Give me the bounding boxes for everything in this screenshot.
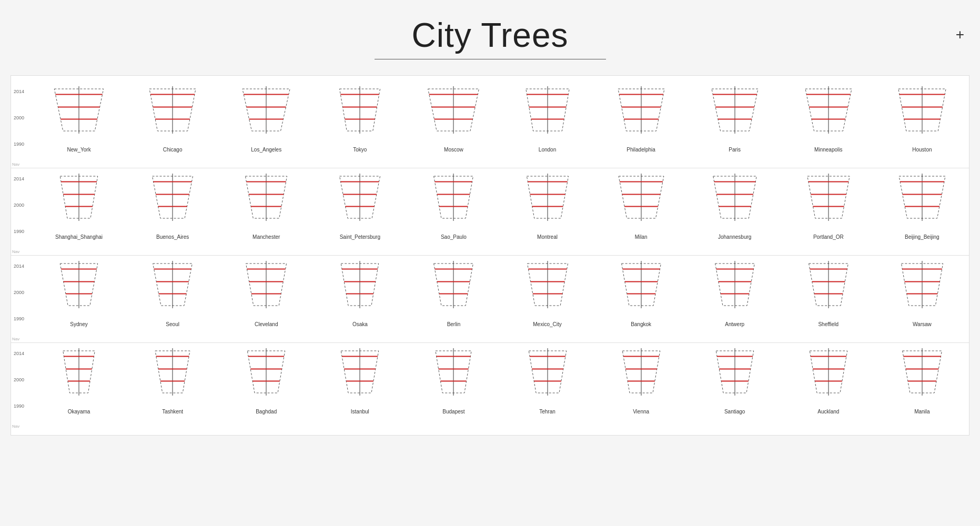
city-label: Chicago	[163, 147, 183, 153]
city-label: Los_Angeles	[251, 147, 281, 153]
city-label: Tokyo	[353, 147, 367, 153]
city-chart-istanbul: Istanbul	[318, 348, 402, 414]
city-chart-svg	[237, 86, 295, 144]
city-chart-svg	[50, 174, 108, 231]
city-chart-auckland: Auckland	[786, 348, 871, 414]
city-chart-svg	[237, 261, 295, 319]
city-chart-svg	[706, 86, 764, 144]
city-chart-svg	[144, 174, 201, 231]
city-chart-svg	[612, 86, 670, 144]
city-chart-svg	[893, 86, 951, 144]
city-chart-svg	[50, 86, 108, 144]
city-label: Johannesburg	[718, 234, 751, 240]
city-chart-svg	[144, 348, 201, 406]
city-chart-buenos-aires: Buenos_Aires	[130, 174, 215, 240]
city-chart-svg	[519, 348, 577, 406]
city-label: Sheffield	[818, 321, 838, 327]
city-label: Baghdad	[256, 409, 277, 414]
charts-grid-row-2: SydneySeoulClevelandOsakaBerlinMexico_Ci…	[32, 261, 969, 327]
chart-container: 201420001990New_YorkChicagoLos_AngelesTo…	[11, 75, 969, 436]
city-label: Manchester	[252, 234, 280, 240]
city-label: Buenos_Aires	[156, 234, 189, 240]
y-axis: 201420001990	[11, 174, 32, 250]
city-chart-los-angeles: Los_Angeles	[224, 86, 308, 153]
city-chart-svg	[893, 174, 951, 231]
city-chart-svg	[612, 348, 670, 406]
city-chart-saint-petersburg: Saint_Petersburg	[318, 174, 402, 240]
city-label: Bangkok	[631, 321, 651, 327]
city-label: Saint_Petersburg	[340, 234, 380, 240]
city-label: Montreal	[537, 234, 558, 240]
city-chart-okayama: Okayama	[37, 348, 121, 414]
city-label: Okayama	[68, 409, 90, 414]
city-label: Auckland	[817, 409, 839, 414]
plus-button[interactable]: +	[956, 26, 964, 43]
city-chart-svg	[612, 174, 670, 231]
city-chart-svg	[425, 86, 482, 144]
city-chart-philadelphia: Philadelphia	[599, 86, 683, 153]
row-nav-label: Nav	[11, 162, 19, 167]
city-chart-shanghai-shanghai: Shanghai_Shanghai	[37, 174, 121, 240]
y-axis: 201420001990	[11, 261, 32, 337]
city-label: Minneapolis	[814, 147, 842, 153]
city-chart-svg	[425, 348, 482, 406]
city-chart-svg	[800, 261, 857, 319]
city-chart-svg	[237, 174, 295, 231]
row-nav-label: Nav	[11, 424, 19, 429]
page-title-section: City Trees +	[0, 0, 980, 70]
city-chart-svg	[50, 261, 108, 319]
page-title: City Trees	[0, 16, 980, 55]
city-chart-chicago: Chicago	[130, 86, 215, 153]
city-chart-svg	[144, 261, 201, 319]
city-label: New_York	[67, 147, 90, 153]
title-underline	[375, 59, 606, 59]
chart-row-1: 201420001990Shanghai_ShanghaiBuenos_Aire…	[11, 168, 969, 256]
city-chart-cleveland: Cleveland	[224, 261, 308, 327]
row-nav-label: Nav	[11, 249, 19, 254]
city-chart-svg	[237, 348, 295, 406]
city-chart-svg	[706, 261, 764, 319]
city-chart-svg	[519, 261, 577, 319]
city-chart-berlin: Berlin	[411, 261, 496, 327]
city-chart-svg	[331, 261, 389, 319]
city-chart-tokyo: Tokyo	[318, 86, 402, 153]
city-chart-svg	[331, 174, 389, 231]
city-label: Berlin	[447, 321, 461, 327]
city-chart-svg	[50, 348, 108, 406]
city-chart-baghdad: Baghdad	[224, 348, 308, 414]
city-chart-svg	[331, 86, 389, 144]
city-chart-johannesburg: Johannesburg	[693, 174, 777, 240]
city-chart-moscow: Moscow	[411, 86, 496, 153]
city-label: Houston	[912, 147, 932, 153]
city-label: Manila	[914, 409, 930, 414]
city-chart-new-york: New_York	[37, 86, 121, 153]
city-chart-minneapolis: Minneapolis	[786, 86, 871, 153]
city-label: Sao_Paulo	[441, 234, 467, 240]
city-chart-beijing-beijing: Beijing_Beijing	[880, 174, 964, 240]
city-label: Santiago	[724, 409, 745, 414]
city-chart-tehran: Tehran	[506, 348, 590, 414]
city-chart-mexico-city: Mexico_City	[506, 261, 590, 327]
city-chart-milan: Milan	[599, 174, 683, 240]
city-chart-manchester: Manchester	[224, 174, 308, 240]
city-chart-svg	[893, 261, 951, 319]
chart-row-0: 201420001990New_YorkChicagoLos_AngelesTo…	[11, 81, 969, 168]
city-label: Osaka	[352, 321, 368, 327]
city-chart-svg	[706, 348, 764, 406]
city-chart-paris: Paris	[693, 86, 777, 153]
city-label: Warsaw	[913, 321, 932, 327]
city-chart-montreal: Montreal	[506, 174, 590, 240]
city-label: Moscow	[444, 147, 463, 153]
city-chart-svg	[706, 174, 764, 231]
charts-grid-row-1: Shanghai_ShanghaiBuenos_AiresManchesterS…	[32, 174, 969, 240]
city-chart-london: London	[506, 86, 590, 153]
city-chart-svg	[144, 86, 201, 144]
city-chart-osaka: Osaka	[318, 261, 402, 327]
city-chart-manila: Manila	[880, 348, 964, 414]
city-chart-seoul: Seoul	[130, 261, 215, 327]
city-chart-sheffield: Sheffield	[786, 261, 871, 327]
city-label: Tashkent	[162, 409, 183, 414]
city-chart-portland-or: Portland_OR	[786, 174, 871, 240]
city-label: Beijing_Beijing	[905, 234, 939, 240]
chart-row-2: 201420001990SydneySeoulClevelandOsakaBer…	[11, 256, 969, 343]
